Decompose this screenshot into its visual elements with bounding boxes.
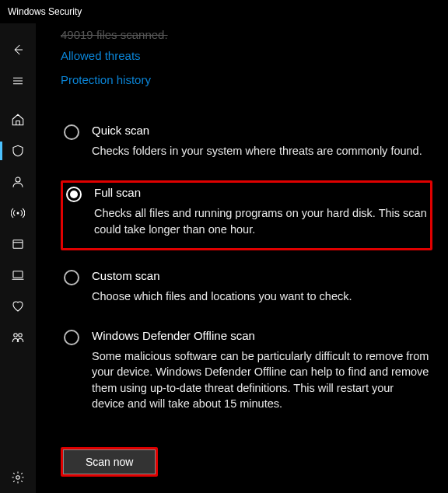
gear-icon (11, 470, 25, 484)
shield-icon (11, 144, 25, 158)
window-title: Windows Security (8, 6, 82, 17)
scan-status-truncated: 49019 files scanned. (61, 28, 432, 41)
radio-circle-icon (64, 330, 79, 345)
radio-title: Windows Defender Offline scan (92, 329, 429, 342)
svg-rect-3 (13, 271, 23, 278)
radio-title: Custom scan (92, 269, 429, 282)
nav-app-browser[interactable] (0, 229, 36, 260)
family-icon (11, 330, 25, 344)
person-icon (11, 175, 25, 189)
content-area: 49019 files scanned. Allowed threats Pro… (36, 23, 448, 493)
heart-icon (11, 299, 25, 313)
radio-circle-icon (64, 270, 79, 285)
svg-point-5 (19, 334, 23, 337)
nav-virus-protection[interactable] (0, 135, 36, 166)
link-protection-history[interactable]: Protection history (61, 73, 432, 86)
svg-point-1 (17, 212, 19, 215)
app-icon (11, 237, 25, 251)
svg-point-4 (14, 334, 18, 337)
sidebar (0, 23, 36, 493)
radio-offline-scan[interactable]: Windows Defender Offline scan Some malic… (61, 326, 432, 418)
radio-title: Quick scan (92, 124, 429, 137)
scan-now-button[interactable]: Scan now (63, 449, 156, 474)
nav-firewall[interactable] (0, 198, 36, 229)
svg-point-0 (16, 177, 20, 182)
radio-circle-icon (66, 187, 82, 202)
arrow-left-icon (11, 43, 25, 57)
radio-custom-scan[interactable]: Custom scan Choose which files and locat… (61, 266, 432, 310)
link-allowed-threats[interactable]: Allowed threats (61, 49, 432, 62)
title-bar: Windows Security (0, 0, 448, 23)
device-icon (11, 268, 25, 282)
nav-settings[interactable] (0, 462, 36, 493)
radio-quick-scan[interactable]: Quick scan Checks folders in your system… (61, 121, 432, 165)
scan-options-group: Quick scan Checks folders in your system… (61, 121, 432, 418)
option-custom-scan-wrap: Custom scan Choose which files and locat… (61, 266, 432, 310)
nav-device-health[interactable] (0, 291, 36, 322)
nav-account-protection[interactable] (0, 166, 36, 198)
option-offline-scan-wrap: Windows Defender Offline scan Some malic… (61, 326, 432, 418)
menu-button[interactable] (0, 65, 36, 96)
radio-desc: Choose which files and locations you wan… (92, 288, 429, 304)
antenna-icon (11, 206, 25, 220)
svg-rect-2 (13, 240, 23, 249)
nav-home[interactable] (0, 104, 36, 135)
back-button[interactable] (0, 34, 36, 65)
option-quick-scan-wrap: Quick scan Checks folders in your system… (61, 121, 432, 165)
radio-desc: Checks all files and running programs on… (94, 205, 427, 237)
option-full-scan-wrap: Full scan Checks all files and running p… (61, 180, 432, 250)
radio-full-scan[interactable]: Full scan Checks all files and running p… (63, 183, 430, 243)
scan-now-highlight: Scan now (61, 447, 158, 477)
hamburger-icon (11, 74, 25, 88)
nav-device-security[interactable] (0, 260, 36, 291)
nav-family-options[interactable] (0, 322, 36, 353)
home-icon (11, 113, 25, 127)
radio-desc: Some malicious software can be particula… (92, 348, 429, 411)
radio-desc: Checks folders in your system where thre… (92, 143, 429, 159)
radio-title: Full scan (94, 186, 427, 199)
radio-circle-icon (64, 124, 79, 140)
svg-point-6 (16, 476, 20, 480)
